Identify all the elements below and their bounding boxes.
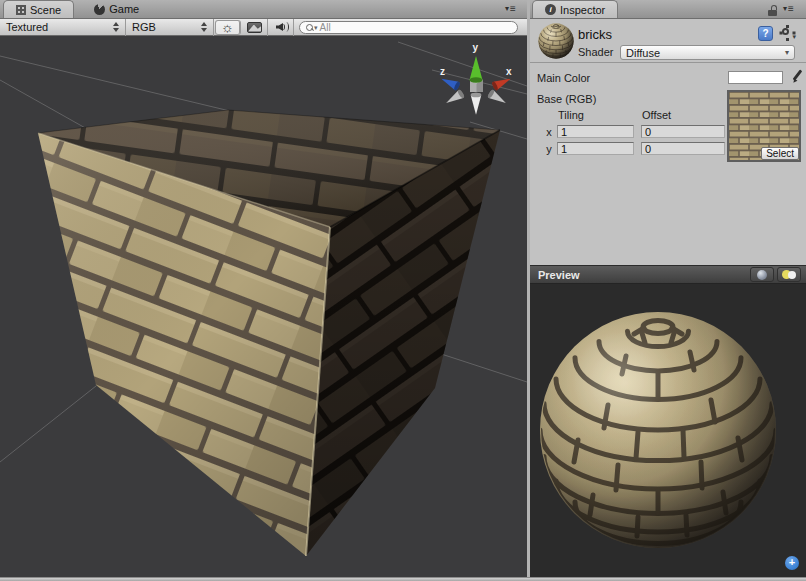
render-mode-value: Textured	[6, 21, 48, 33]
scene-toolbar: Textured RGB ☼ ▾ All	[0, 19, 527, 36]
menu-lines-icon: ≡	[510, 4, 516, 14]
dropdown-arrow-icon: ▾	[783, 4, 787, 14]
material-sphere-thumbnail	[538, 23, 574, 59]
main-color-swatch[interactable]	[728, 71, 783, 84]
preview-mesh-button[interactable]	[750, 267, 774, 282]
image-icon	[247, 22, 262, 33]
preview-lighting-button[interactable]	[777, 267, 801, 282]
tab-game-label: Game	[109, 3, 139, 15]
tiling-row-x-label: x	[544, 126, 554, 138]
tiling-y-field[interactable]	[557, 142, 634, 155]
scene-search-input[interactable]: ▾ All	[299, 21, 518, 34]
dropdown-arrow-icon: ▾	[785, 48, 789, 57]
color-channel-dropdown[interactable]: RGB	[126, 19, 214, 36]
scene-panel: Scene Game ▾ ≡ Textured RGB ☼	[0, 0, 527, 577]
tab-inspector[interactable]: i Inspector	[532, 0, 618, 18]
menu-lines-icon: ≡	[788, 4, 794, 14]
gizmo-negative-axes[interactable]	[444, 89, 508, 115]
scene-tabbar: Scene Game ▾ ≡	[0, 0, 527, 19]
skybox-effects-toggle[interactable]	[242, 19, 268, 36]
info-icon: i	[545, 4, 556, 15]
material-preview-viewport[interactable]: +	[530, 284, 806, 577]
tiling-x-field[interactable]	[557, 125, 634, 138]
game-icon	[94, 4, 105, 15]
scene-orientation-gizmo[interactable]: y x z	[438, 38, 516, 120]
tiling-row-y-label: y	[544, 143, 554, 155]
help-icon[interactable]: ?	[758, 26, 773, 41]
offset-y-field[interactable]	[641, 142, 725, 155]
shader-label: Shader	[578, 46, 613, 58]
render-mode-dropdown[interactable]: Textured	[0, 19, 126, 36]
sun-icon: ☼	[221, 20, 234, 34]
brick-cube	[38, 110, 500, 556]
base-texture-label: Base (RGB)	[537, 93, 596, 105]
inspector-tabbar: i Inspector ▾ ≡	[530, 0, 806, 19]
updown-arrows-icon	[113, 22, 119, 32]
search-text: All	[320, 22, 331, 33]
tab-scene[interactable]: Scene	[3, 0, 74, 18]
window-bottom-edge	[0, 577, 806, 581]
sphere-mesh-icon	[757, 270, 767, 280]
search-filter-arrow-icon: ▾	[314, 24, 318, 32]
lock-icon[interactable]	[768, 5, 778, 17]
tab-scene-label: Scene	[30, 4, 61, 16]
updown-arrows-icon	[201, 22, 207, 32]
tab-inspector-label: Inspector	[560, 4, 605, 16]
main-color-label: Main Color	[537, 72, 590, 84]
preview-header[interactable]: Preview	[530, 265, 806, 284]
inspector-pane-menu-icon[interactable]: ▾ ≡	[783, 4, 794, 14]
tab-game[interactable]: Game	[82, 0, 151, 18]
dropdown-arrow-icon: ▾	[792, 33, 796, 41]
gizmo-z-label: z	[440, 66, 445, 77]
select-texture-button[interactable]: Select	[761, 147, 799, 160]
preview-title: Preview	[538, 269, 580, 281]
asset-store-plus-icon[interactable]: +	[785, 556, 799, 570]
preview-brick-sphere	[538, 310, 778, 550]
lighting-dots-icon	[782, 270, 796, 279]
shader-value: Diffuse	[626, 47, 660, 59]
gizmo-x-label: x	[506, 66, 512, 77]
scene-viewport[interactable]: y x z	[0, 36, 527, 577]
material-header: bricks Shader Diffuse ▾ ? ▾	[530, 19, 806, 63]
scene-audio-toggle[interactable]	[268, 19, 294, 36]
color-channel-value: RGB	[132, 21, 156, 33]
scene-lighting-toggle[interactable]: ☼	[215, 20, 241, 35]
material-name: bricks	[578, 27, 612, 42]
offset-x-field[interactable]	[641, 125, 725, 138]
gizmo-y-label: y	[473, 42, 479, 53]
base-texture-thumbnail[interactable]: Select	[727, 90, 801, 162]
gear-icon[interactable]: ▾	[780, 27, 796, 41]
material-inspector: bricks Shader Diffuse ▾ ? ▾ Main Color B…	[530, 19, 806, 265]
unity-editor-window: Scene Game ▾ ≡ Textured RGB ☼	[0, 0, 806, 581]
offset-column-header: Offset	[642, 109, 671, 121]
tiling-column-header: Tiling	[558, 109, 584, 121]
dropdown-arrow-icon: ▾	[505, 4, 509, 14]
inspector-panel: i Inspector ▾ ≡ bricks Shader Diffuse ▾	[530, 0, 806, 577]
eyedropper-icon[interactable]	[791, 69, 803, 84]
gizmo-y-axis-cone[interactable]	[470, 56, 483, 83]
speaker-icon	[276, 22, 285, 32]
shader-dropdown[interactable]: Diffuse ▾	[620, 45, 795, 60]
scene-pane-menu-icon[interactable]: ▾ ≡	[505, 4, 516, 14]
search-icon	[306, 24, 313, 31]
scene-grid-icon	[16, 5, 26, 15]
